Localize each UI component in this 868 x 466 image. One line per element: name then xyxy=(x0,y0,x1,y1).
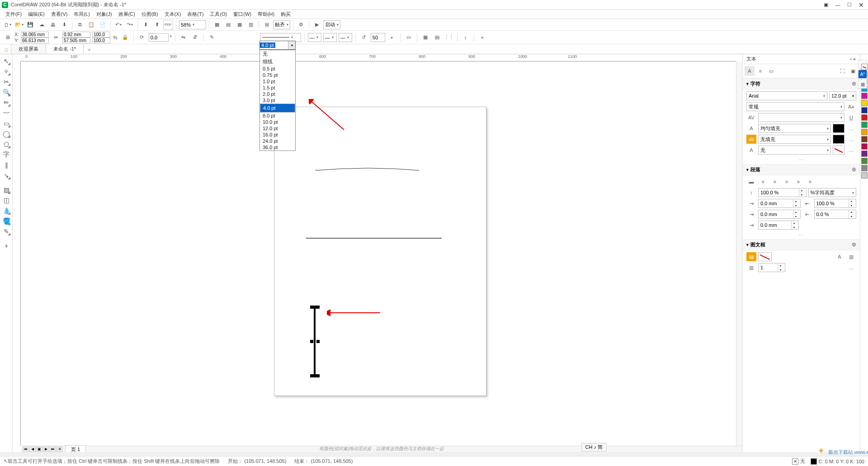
grid-icon[interactable]: ▦ xyxy=(235,20,245,30)
menu-bitmap[interactable]: 位图(B) xyxy=(139,10,161,19)
menu-table[interactable]: 表格(T) xyxy=(184,10,206,19)
align-none-icon[interactable]: ▬ xyxy=(746,177,756,186)
new-doc-button[interactable]: 🗋 xyxy=(3,20,13,30)
text-tool-icon[interactable]: 字 xyxy=(1,150,11,160)
align-right-icon[interactable]: ≡ xyxy=(782,177,792,186)
redo-button[interactable]: ↷ xyxy=(125,20,135,30)
menu-tools[interactable]: 工具(O) xyxy=(207,10,230,19)
menu-view[interactable]: 查看(V) xyxy=(48,10,71,19)
palette-purple[interactable] xyxy=(861,151,868,157)
kerning-select[interactable] xyxy=(758,113,844,122)
snap-icon[interactable]: ⊞ xyxy=(262,20,272,30)
left-indent-input[interactable]: 0.0 mm▴▾ xyxy=(758,221,799,230)
scalex-input[interactable] xyxy=(92,32,110,38)
pdf-button[interactable]: PDF xyxy=(163,20,173,30)
paste-button[interactable]: 📋 xyxy=(86,20,96,30)
char-tab-icon[interactable]: A xyxy=(745,66,755,76)
pick-tool-icon[interactable]: ↖ xyxy=(1,56,11,66)
leading-mode-select[interactable]: %字符高度 xyxy=(808,188,857,197)
menu-layout[interactable]: 布局(L) xyxy=(71,10,92,19)
copy-button[interactable]: ⧉ xyxy=(75,20,85,30)
home-icon[interactable]: ⌂ xyxy=(2,45,11,54)
zoom-tool-icon[interactable]: 🔍 xyxy=(1,87,11,97)
distribute-icon[interactable]: ⋮⋮ xyxy=(444,33,454,42)
connector-tool-icon[interactable]: ↘ xyxy=(1,170,11,180)
launch-combo[interactable]: 启动 xyxy=(323,20,340,29)
bgfill-swatch[interactable] xyxy=(833,135,844,144)
frame-more-icon[interactable]: … xyxy=(846,263,856,272)
font-caps-icon[interactable]: Aᴀ xyxy=(846,102,856,111)
transparency-tool-icon[interactable]: ◫ xyxy=(1,195,11,205)
ellipse-tool-icon[interactable]: ◯ xyxy=(1,129,11,139)
snap-combo[interactable]: 贴齐 xyxy=(273,20,290,29)
undo-button[interactable]: ↶ xyxy=(113,20,123,30)
frame-text-icon[interactable]: A xyxy=(835,252,844,261)
palette-orange[interactable] xyxy=(861,129,868,135)
para-gear-icon[interactable]: ⚙ xyxy=(852,167,856,173)
frame-fill-swatch[interactable] xyxy=(758,252,772,261)
end-arrow-combo[interactable]: — xyxy=(339,33,352,42)
font-family-select[interactable]: Arial xyxy=(746,91,827,100)
lock-ratio-icon[interactable]: 🔒 xyxy=(120,33,130,42)
eyedropper-tool-icon[interactable]: 💧 xyxy=(1,206,11,216)
menu-file[interactable]: 文件(F) xyxy=(3,10,24,19)
mirror-v-icon[interactable]: ⇵ xyxy=(190,33,200,42)
rulers-icon[interactable]: ▤ xyxy=(223,20,233,30)
outline-opt-4[interactable]: 4.0 pt xyxy=(260,104,295,113)
menu-edit[interactable]: 编辑(E) xyxy=(25,10,47,19)
chevron-down-icon[interactable]: ▾ xyxy=(288,41,295,49)
font-size-input[interactable]: 12.0 pt xyxy=(829,91,856,100)
space-before-input[interactable]: 0.0 mm▴▾ xyxy=(758,199,801,208)
menu-text[interactable]: 文本(X) xyxy=(162,10,184,19)
expand-icon[interactable]: ⛶ xyxy=(837,66,847,76)
rectangle-tool-icon[interactable]: ▭ xyxy=(1,118,11,128)
menu-effects[interactable]: 效果(C) xyxy=(116,10,138,19)
nav-new-icon[interactable]: ▣ xyxy=(36,447,42,452)
height-input[interactable] xyxy=(62,38,90,43)
outline-opt-05[interactable]: 0.5 pt xyxy=(260,66,295,72)
leading-input[interactable]: 100.0 %▴▾ xyxy=(758,188,807,197)
nav-next-icon[interactable]: ▶ xyxy=(43,447,49,452)
fill-swatch[interactable] xyxy=(833,124,844,133)
maximize-button[interactable]: ☐ xyxy=(844,1,854,9)
horizontal-scrollbar[interactable]: ⏮ ◀ ▣ ▶ ⏭ ⊕ 页 1 将颜色(或对象)拖动至此处，以便将这些颜色与文档… xyxy=(21,446,742,452)
close-curve-icon[interactable]: ↺ xyxy=(359,33,369,42)
print-button[interactable]: 🖶 xyxy=(48,20,58,30)
crop-tool-icon[interactable]: ✂ xyxy=(1,77,11,87)
align-full-icon[interactable]: ≡ xyxy=(805,177,815,186)
feedback-button[interactable]: ▣ xyxy=(821,1,831,9)
outline-opt-24[interactable]: 24.0 pt xyxy=(260,138,295,144)
nav-last-icon[interactable]: ⏭ xyxy=(50,447,56,452)
ime-indicator[interactable]: CH ♪ 简 xyxy=(581,443,607,452)
frame-flow-icon[interactable]: ▤ xyxy=(746,252,756,261)
frame-view-icon[interactable]: ▣ xyxy=(848,66,858,76)
x-input[interactable] xyxy=(21,32,49,38)
space-before-pct-input[interactable]: 100.0 %▴▾ xyxy=(814,199,857,208)
width-input[interactable] xyxy=(62,32,90,38)
mirror-h-icon[interactable]: ⇋ xyxy=(179,33,189,42)
canvas[interactable] xyxy=(21,61,736,446)
outline-width-combo[interactable]: 4.0 pt ▾ xyxy=(259,41,296,50)
guides-icon[interactable]: ▥ xyxy=(246,20,256,30)
import-button[interactable]: ⬇ xyxy=(141,20,151,30)
outline-more-icon[interactable]: … xyxy=(846,146,856,155)
launch-icon[interactable]: ▶ xyxy=(312,20,322,30)
menu-object[interactable]: 对象(J) xyxy=(94,10,115,19)
outline-tool-icon[interactable]: ✎ xyxy=(1,226,11,236)
fill-more-icon[interactable]: … xyxy=(846,124,856,133)
vertical-scrollbar[interactable] xyxy=(736,61,742,446)
nav-prev-icon[interactable]: ◀ xyxy=(29,447,36,452)
minimize-button[interactable]: — xyxy=(833,1,843,9)
tab-welcome[interactable]: 欢迎屏幕 xyxy=(11,44,46,54)
ruler-horizontal[interactable]: 0 100 200 300 400 500 600 700 800 900 10… xyxy=(21,54,736,61)
outline-opt-16[interactable]: 16.0 pt xyxy=(260,132,295,138)
docker-objects-icon[interactable]: ▦ xyxy=(858,80,867,89)
para-expand[interactable]: ⋯ xyxy=(743,231,860,239)
drop-shadow-icon[interactable]: ▨ xyxy=(1,185,11,195)
outline-opt-1[interactable]: 1.0 pt xyxy=(260,78,295,85)
export-button[interactable]: ⬆ xyxy=(152,20,162,30)
open-button[interactable]: 📂 xyxy=(14,20,24,30)
outline-opt-10[interactable]: 10.0 pt xyxy=(260,119,295,125)
y-input[interactable] xyxy=(21,38,49,43)
outline-opt-none[interactable]: 无 xyxy=(260,50,295,58)
